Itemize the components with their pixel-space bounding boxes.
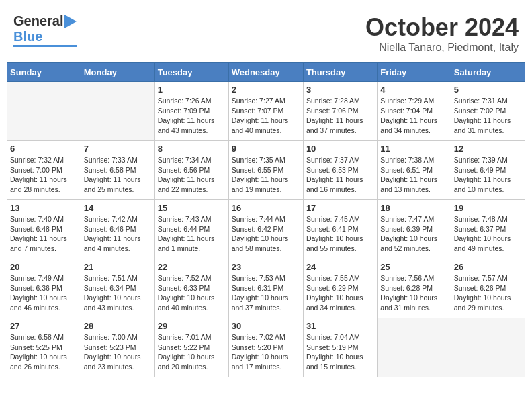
calendar-cell: 12Sunrise: 7:39 AM Sunset: 6:49 PM Dayli…	[451, 141, 525, 200]
day-info: Sunrise: 7:44 AM Sunset: 6:42 PM Dayligh…	[232, 214, 300, 254]
day-info: Sunrise: 7:56 AM Sunset: 6:28 PM Dayligh…	[380, 273, 447, 313]
day-info: Sunrise: 7:31 AM Sunset: 7:02 PM Dayligh…	[454, 96, 522, 136]
calendar-cell: 30Sunrise: 7:02 AM Sunset: 5:20 PM Dayli…	[228, 318, 303, 377]
svg-marker-0	[64, 15, 77, 28]
day-number: 12	[454, 144, 522, 154]
logo-blue-text: Blue	[13, 29, 42, 44]
day-number: 30	[232, 321, 300, 331]
calendar-cell: 11Sunrise: 7:38 AM Sunset: 6:51 PM Dayli…	[378, 141, 451, 200]
day-info: Sunrise: 7:26 AM Sunset: 7:09 PM Dayligh…	[158, 96, 226, 136]
calendar-cell: 5Sunrise: 7:31 AM Sunset: 7:02 PM Daylig…	[451, 82, 525, 141]
day-number: 2	[232, 85, 300, 95]
day-info: Sunrise: 7:57 AM Sunset: 6:26 PM Dayligh…	[454, 273, 522, 313]
weekday-header-monday: Monday	[81, 63, 154, 82]
calendar-cell	[378, 318, 451, 377]
day-number: 16	[232, 203, 300, 213]
weekday-header-sunday: Sunday	[7, 63, 81, 82]
calendar-week-2: 6Sunrise: 7:32 AM Sunset: 7:00 PM Daylig…	[7, 141, 525, 200]
calendar-cell: 3Sunrise: 7:28 AM Sunset: 7:06 PM Daylig…	[303, 82, 377, 141]
day-info: Sunrise: 7:38 AM Sunset: 6:51 PM Dayligh…	[380, 155, 447, 195]
day-info: Sunrise: 7:35 AM Sunset: 6:55 PM Dayligh…	[232, 155, 300, 195]
day-number: 4	[380, 85, 447, 95]
day-number: 29	[158, 321, 226, 331]
calendar-cell: 20Sunrise: 7:49 AM Sunset: 6:36 PM Dayli…	[7, 259, 81, 318]
calendar-cell: 19Sunrise: 7:48 AM Sunset: 6:37 PM Dayli…	[451, 200, 525, 259]
calendar-cell: 28Sunrise: 7:00 AM Sunset: 5:23 PM Dayli…	[81, 318, 154, 377]
day-info: Sunrise: 7:52 AM Sunset: 6:33 PM Dayligh…	[158, 273, 226, 313]
day-number: 31	[306, 321, 374, 331]
calendar-cell: 18Sunrise: 7:47 AM Sunset: 6:39 PM Dayli…	[378, 200, 451, 259]
calendar-cell	[7, 82, 81, 141]
calendar-cell: 27Sunrise: 6:58 AM Sunset: 5:25 PM Dayli…	[7, 318, 81, 377]
calendar-cell: 29Sunrise: 7:01 AM Sunset: 5:22 PM Dayli…	[154, 318, 228, 377]
day-info: Sunrise: 7:49 AM Sunset: 6:36 PM Dayligh…	[10, 273, 78, 313]
location-subtitle: Niella Tanaro, Piedmont, Italy	[365, 42, 519, 54]
day-number: 1	[158, 85, 226, 95]
day-info: Sunrise: 7:39 AM Sunset: 6:49 PM Dayligh…	[454, 155, 522, 195]
day-number: 22	[158, 262, 226, 272]
calendar-week-4: 20Sunrise: 7:49 AM Sunset: 6:36 PM Dayli…	[7, 259, 525, 318]
day-number: 26	[454, 262, 522, 272]
day-number: 24	[306, 262, 374, 272]
calendar-cell: 13Sunrise: 7:40 AM Sunset: 6:48 PM Dayli…	[7, 200, 81, 259]
day-number: 21	[84, 262, 152, 272]
calendar-cell: 25Sunrise: 7:56 AM Sunset: 6:28 PM Dayli…	[378, 259, 451, 318]
day-number: 13	[10, 203, 78, 213]
title-section: October 2024 Niella Tanaro, Piedmont, It…	[365, 13, 519, 54]
day-number: 6	[10, 144, 78, 154]
day-info: Sunrise: 7:40 AM Sunset: 6:48 PM Dayligh…	[10, 214, 78, 254]
calendar-table: SundayMondayTuesdayWednesdayThursdayFrid…	[7, 62, 525, 377]
calendar-cell: 2Sunrise: 7:27 AM Sunset: 7:07 PM Daylig…	[228, 82, 303, 141]
calendar-week-1: 1Sunrise: 7:26 AM Sunset: 7:09 PM Daylig…	[7, 82, 525, 141]
weekday-header-friday: Friday	[378, 63, 451, 82]
day-number: 5	[454, 85, 522, 95]
day-number: 25	[380, 262, 447, 272]
calendar-cell: 21Sunrise: 7:51 AM Sunset: 6:34 PM Dayli…	[81, 259, 154, 318]
day-info: Sunrise: 7:33 AM Sunset: 6:58 PM Dayligh…	[84, 155, 152, 195]
day-number: 18	[380, 203, 447, 213]
calendar-cell: 9Sunrise: 7:35 AM Sunset: 6:55 PM Daylig…	[228, 141, 303, 200]
calendar-cell: 6Sunrise: 7:32 AM Sunset: 7:00 PM Daylig…	[7, 141, 81, 200]
logo: General Blue	[13, 13, 77, 47]
weekday-header-thursday: Thursday	[303, 63, 377, 82]
day-info: Sunrise: 7:37 AM Sunset: 6:53 PM Dayligh…	[306, 155, 374, 195]
calendar-cell: 4Sunrise: 7:29 AM Sunset: 7:04 PM Daylig…	[378, 82, 451, 141]
day-number: 11	[380, 144, 447, 154]
calendar-cell	[81, 82, 154, 141]
day-number: 15	[158, 203, 226, 213]
page-header: General Blue October 2024 Niella Tanaro,…	[7, 7, 525, 57]
calendar-cell: 15Sunrise: 7:43 AM Sunset: 6:44 PM Dayli…	[154, 200, 228, 259]
day-info: Sunrise: 7:55 AM Sunset: 6:29 PM Dayligh…	[306, 273, 374, 313]
day-number: 14	[84, 203, 152, 213]
day-info: Sunrise: 7:32 AM Sunset: 7:00 PM Dayligh…	[10, 155, 78, 195]
day-info: Sunrise: 7:34 AM Sunset: 6:56 PM Dayligh…	[158, 155, 226, 195]
weekday-header-tuesday: Tuesday	[154, 63, 228, 82]
calendar-cell: 31Sunrise: 7:04 AM Sunset: 5:19 PM Dayli…	[303, 318, 377, 377]
day-number: 20	[10, 262, 78, 272]
day-info: Sunrise: 7:00 AM Sunset: 5:23 PM Dayligh…	[84, 332, 152, 372]
calendar-cell	[451, 318, 525, 377]
calendar-cell: 10Sunrise: 7:37 AM Sunset: 6:53 PM Dayli…	[303, 141, 377, 200]
day-number: 8	[158, 144, 226, 154]
weekday-header-saturday: Saturday	[451, 63, 525, 82]
logo-general-text: General	[13, 13, 63, 29]
day-info: Sunrise: 7:02 AM Sunset: 5:20 PM Dayligh…	[232, 332, 300, 372]
calendar-cell: 17Sunrise: 7:45 AM Sunset: 6:41 PM Dayli…	[303, 200, 377, 259]
month-title: October 2024	[365, 13, 519, 42]
day-info: Sunrise: 7:42 AM Sunset: 6:46 PM Dayligh…	[84, 214, 152, 254]
day-number: 9	[232, 144, 300, 154]
day-number: 3	[306, 85, 374, 95]
day-number: 17	[306, 203, 374, 213]
day-info: Sunrise: 7:27 AM Sunset: 7:07 PM Dayligh…	[232, 96, 300, 136]
calendar-cell: 1Sunrise: 7:26 AM Sunset: 7:09 PM Daylig…	[154, 82, 228, 141]
day-number: 27	[10, 321, 78, 331]
day-info: Sunrise: 7:04 AM Sunset: 5:19 PM Dayligh…	[306, 332, 374, 372]
calendar-cell: 26Sunrise: 7:57 AM Sunset: 6:26 PM Dayli…	[451, 259, 525, 318]
calendar-cell: 14Sunrise: 7:42 AM Sunset: 6:46 PM Dayli…	[81, 200, 154, 259]
day-info: Sunrise: 7:53 AM Sunset: 6:31 PM Dayligh…	[232, 273, 300, 313]
day-number: 23	[232, 262, 300, 272]
calendar-week-5: 27Sunrise: 6:58 AM Sunset: 5:25 PM Dayli…	[7, 318, 525, 377]
day-info: Sunrise: 7:51 AM Sunset: 6:34 PM Dayligh…	[84, 273, 152, 313]
weekday-header-wednesday: Wednesday	[228, 63, 303, 82]
calendar-week-3: 13Sunrise: 7:40 AM Sunset: 6:48 PM Dayli…	[7, 200, 525, 259]
